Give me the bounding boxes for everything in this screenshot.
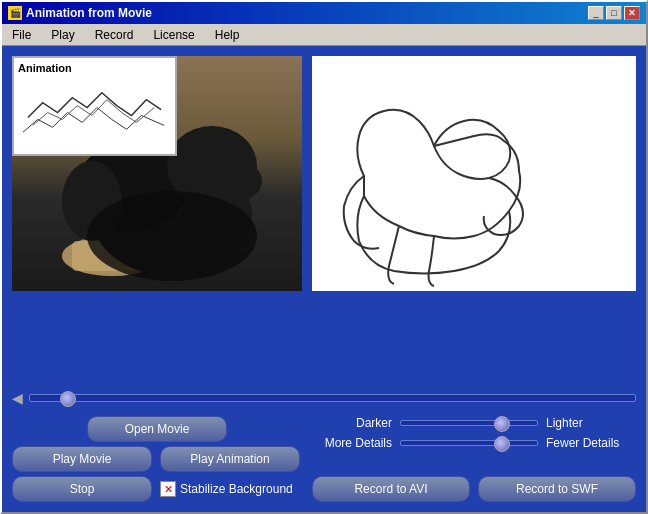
left-panel: Animation [12, 56, 302, 380]
menu-license[interactable]: License [147, 26, 200, 44]
svg-point-8 [87, 191, 257, 281]
progress-arrow-left[interactable]: ◀ [12, 390, 23, 406]
controls-area: Open Movie Play Movie Play Animation Sto… [12, 416, 636, 502]
svg-rect-9 [18, 78, 171, 152]
action-buttons: Record to AVI Record to SWF [312, 476, 636, 502]
record-swf-button[interactable]: Record to SWF [478, 476, 636, 502]
details-row: More Details Fewer Details [312, 436, 636, 450]
progress-track[interactable] [29, 394, 636, 402]
close-button[interactable]: ✕ [624, 6, 640, 20]
darker-lighter-thumb[interactable] [494, 416, 510, 432]
stabilize-checkbox[interactable]: ✕ [160, 481, 176, 497]
play-movie-button[interactable]: Play Movie [12, 446, 152, 472]
window-title: Animation from Movie [26, 6, 152, 20]
right-panel [312, 56, 636, 291]
svg-rect-10 [334, 56, 614, 291]
darker-lighter-track[interactable] [400, 420, 538, 426]
left-controls: Open Movie Play Movie Play Animation Sto… [12, 416, 302, 502]
play-animation-row: Play Movie Play Animation [12, 446, 302, 472]
progress-bar-row: ◀ [12, 388, 636, 408]
darker-lighter-row: Darker Lighter [312, 416, 636, 430]
stop-stabilize-row: Stop ✕ Stabilize Background [12, 476, 302, 502]
progress-thumb[interactable] [60, 391, 76, 407]
menu-bar: File Play Record License Help [2, 24, 646, 46]
svg-point-7 [212, 161, 262, 201]
darker-label: Darker [312, 416, 392, 430]
stabilize-row: ✕ Stabilize Background [160, 481, 293, 497]
maximize-button[interactable]: □ [606, 6, 622, 20]
animation-label: Animation [18, 62, 171, 74]
main-content: Animation [2, 46, 646, 512]
title-bar-left: 🎬 Animation from Movie [8, 6, 152, 20]
main-window: 🎬 Animation from Movie _ □ ✕ File Play R… [0, 0, 648, 514]
stop-button[interactable]: Stop [12, 476, 152, 502]
video-area: Animation [12, 56, 636, 380]
title-bar: 🎬 Animation from Movie _ □ ✕ [2, 2, 646, 24]
stabilize-label: Stabilize Background [180, 482, 293, 496]
animation-svg [18, 76, 171, 154]
open-movie-button[interactable]: Open Movie [87, 416, 227, 442]
fewer-details-label: Fewer Details [546, 436, 636, 450]
right-controls: Darker Lighter More Details Fewer Detail… [312, 416, 636, 502]
menu-file[interactable]: File [6, 26, 37, 44]
details-track[interactable] [400, 440, 538, 446]
slider-section: Darker Lighter More Details Fewer Detail… [312, 416, 636, 450]
menu-help[interactable]: Help [209, 26, 246, 44]
window-icon: 🎬 [8, 6, 22, 20]
record-avi-button[interactable]: Record to AVI [312, 476, 470, 502]
outline-svg [312, 56, 636, 291]
lighter-label: Lighter [546, 416, 636, 430]
title-controls: _ □ ✕ [588, 6, 640, 20]
menu-play[interactable]: Play [45, 26, 80, 44]
play-animation-button[interactable]: Play Animation [160, 446, 300, 472]
more-details-label: More Details [312, 436, 392, 450]
details-thumb[interactable] [494, 436, 510, 452]
minimize-button[interactable]: _ [588, 6, 604, 20]
animation-box: Animation [12, 56, 177, 156]
menu-record[interactable]: Record [89, 26, 140, 44]
